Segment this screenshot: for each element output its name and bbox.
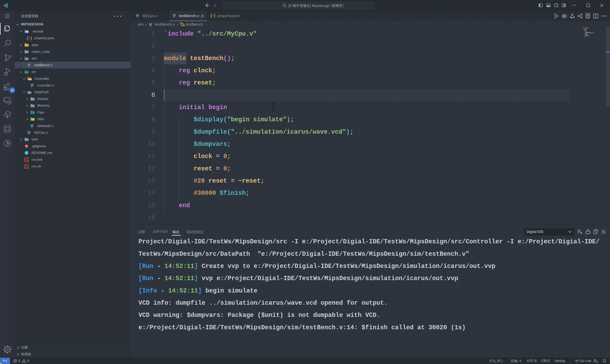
svg-text:</>: </> [26,72,29,74]
